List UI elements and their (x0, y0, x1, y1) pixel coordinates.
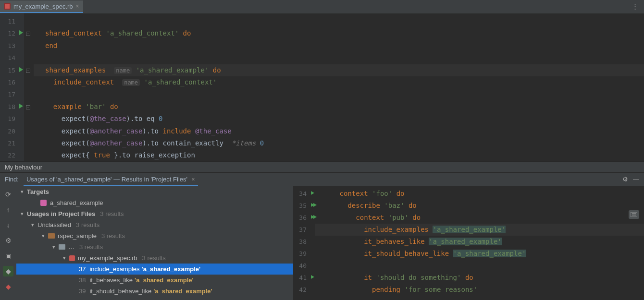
close-icon[interactable]: × (76, 3, 79, 10)
preview-code-line[interactable]: describe 'baz' do (315, 200, 644, 212)
line-number: 18 (0, 101, 24, 113)
code-line[interactable] (34, 88, 644, 100)
line-number: 42 (293, 284, 315, 296)
code-line[interactable]: include_context name 'a_shared_context' (34, 76, 644, 88)
usages-tree[interactable]: ▾ Targets a_shared_example ▾ Usages in P… (16, 186, 293, 300)
preview-code-line[interactable]: pending 'for some reasons' (315, 284, 644, 296)
preview-code-line[interactable]: context 'pub' do (315, 212, 644, 224)
tree-project-node[interactable]: ▾ rspec_sample 3 results (16, 230, 293, 241)
arrow-down-icon[interactable]: ↓ (3, 220, 13, 230)
code-line[interactable]: expect{ true }.to raise_exception (34, 149, 644, 161)
find-tab[interactable]: Usages of 'a_shared_example' — Results i… (24, 173, 198, 186)
chevron-down-icon[interactable]: ▾ (51, 244, 57, 250)
line-number: 38 (293, 236, 315, 248)
preview-code[interactable]: context 'foo' do describe 'baz' do conte… (315, 186, 644, 300)
tree-usages-node[interactable]: ▾ Usages in Project Files 3 results (16, 208, 293, 219)
find-toolbar: ⟳ ↑ ↓ ⚙ ▣ ◆ ◆ (0, 186, 16, 300)
run-gutter-icon[interactable] (19, 67, 23, 72)
tab-filename: my_example_spec.rb (13, 3, 73, 10)
tree-targets-node[interactable]: ▾ Targets (16, 186, 293, 197)
preview-code-line[interactable]: it_should_behave_like 'a_shared_example' (315, 248, 644, 260)
tree-unclassified-node[interactable]: ▾ Unclassified 3 results (16, 219, 293, 230)
line-number: 40 (293, 260, 315, 272)
tree-dots-node[interactable]: ▾ … 3 results (16, 241, 293, 252)
minimize-icon[interactable]: — (633, 176, 639, 183)
line-number: 41 (293, 272, 315, 284)
chevron-down-icon[interactable]: ▾ (40, 233, 46, 239)
line-number: 39 (293, 248, 315, 260)
run-gutter-icon[interactable] (19, 104, 23, 108)
line-number: 17 (0, 88, 24, 100)
line-number: 16 (0, 76, 24, 88)
editor-tab-bar: my_example_spec.rb × ⋮ (0, 0, 644, 13)
fold-column: −−− (24, 13, 34, 161)
preview-code-line[interactable] (315, 260, 644, 272)
fold-icon[interactable]: − (26, 69, 30, 73)
refresh-icon[interactable]: ⟳ (3, 189, 13, 200)
line-number: 35 (293, 200, 315, 212)
fold-icon[interactable]: − (26, 105, 30, 109)
run-gutter-icon[interactable] (311, 215, 314, 219)
tab-menu-icon[interactable]: ⋮ (632, 3, 638, 10)
run-gutter-icon[interactable] (311, 203, 314, 207)
code-line[interactable]: expect(@the_case).to eq 0 (34, 113, 644, 125)
line-number: 15 (0, 64, 24, 76)
preview-code-line[interactable]: it_behaves_like 'a_shared_example' (315, 236, 644, 248)
svg-rect-0 (631, 212, 637, 217)
line-number: 37 (293, 224, 315, 236)
reader-mode-icon[interactable] (629, 210, 639, 219)
find-panel: Find: Usages of 'a_shared_example' — Res… (0, 173, 644, 300)
code-line[interactable]: example 'bar' do (34, 101, 644, 113)
arrow-up-icon[interactable]: ↑ (3, 204, 13, 215)
find-tab-label: Usages of 'a_shared_example' — Results i… (26, 176, 187, 183)
hit-line-number: 38 (79, 276, 86, 284)
code-line[interactable]: expect(@another_case).to include @the_ca… (34, 125, 644, 137)
run-gutter-icon[interactable] (311, 275, 314, 279)
code-line[interactable]: shared_examples name 'a_shared_example' … (34, 64, 644, 76)
ruby-file-icon (69, 255, 75, 261)
close-icon[interactable]: × (191, 176, 195, 183)
settings-icon[interactable]: ⚙ (3, 235, 13, 246)
gear-icon[interactable]: ⚙ (622, 176, 628, 183)
preview-code-line[interactable]: include_examples 'a_shared_example' (315, 224, 644, 236)
behaviour-tab[interactable]: My behaviour (0, 161, 644, 173)
editor-gutter: 111213141516171819202122 (0, 13, 24, 161)
code-area[interactable]: shared_context 'a_shared_context' doends… (34, 13, 644, 161)
find-actions: ⚙ — (622, 176, 639, 183)
project-folder-icon (48, 233, 55, 239)
chevron-down-icon[interactable]: ▾ (19, 189, 25, 195)
preview-code-line[interactable]: it 'should do something' do (315, 272, 644, 284)
usage-hit[interactable]: 37 include_examples 'a_shared_example' (16, 264, 293, 275)
code-line[interactable] (34, 52, 644, 64)
run-gutter-icon[interactable] (19, 30, 23, 35)
run-gutter-icon[interactable] (311, 191, 314, 195)
code-editor[interactable]: 111213141516171819202122 −−− shared_cont… (0, 13, 644, 161)
chevron-down-icon[interactable]: ▾ (19, 211, 25, 217)
ruby-file-icon (4, 3, 11, 10)
chevron-down-icon[interactable]: ▾ (30, 222, 36, 228)
usage-hit[interactable]: 38 it_behaves_like 'a_shared_example' (16, 275, 293, 286)
code-line[interactable] (34, 15, 644, 27)
line-number: 21 (0, 137, 24, 149)
line-number: 13 (0, 40, 24, 52)
preview-gutter: 343536373839404142 (293, 186, 315, 300)
preview-code-line[interactable]: context 'foo' do (315, 188, 644, 200)
usage-preview[interactable]: 343536373839404142 context 'foo' do desc… (293, 186, 644, 300)
line-number: 22 (0, 149, 24, 161)
diff-added-icon[interactable]: ◆ (3, 266, 13, 276)
code-line[interactable]: expect(@another_case).to contain_exactly… (34, 137, 644, 149)
hit-line-number: 39 (79, 288, 86, 295)
fold-icon[interactable]: − (26, 32, 30, 36)
code-line[interactable]: shared_context 'a_shared_context' do (34, 27, 644, 39)
editor-tab[interactable]: my_example_spec.rb × (0, 0, 83, 13)
group-icon[interactable]: ▣ (3, 251, 13, 261)
tree-file-node[interactable]: ▾ my_example_spec.rb 3 results (16, 252, 293, 264)
line-number: 20 (0, 125, 24, 137)
line-number: 34 (293, 188, 315, 200)
diff-removed-icon[interactable]: ◆ (3, 281, 13, 292)
tree-target-item[interactable]: a_shared_example (16, 197, 293, 208)
code-line[interactable]: end (34, 40, 644, 52)
chevron-down-icon[interactable]: ▾ (62, 255, 67, 261)
line-number: 19 (0, 113, 24, 125)
usage-hit[interactable]: 39 it_should_behave_like 'a_shared_examp… (16, 286, 293, 297)
